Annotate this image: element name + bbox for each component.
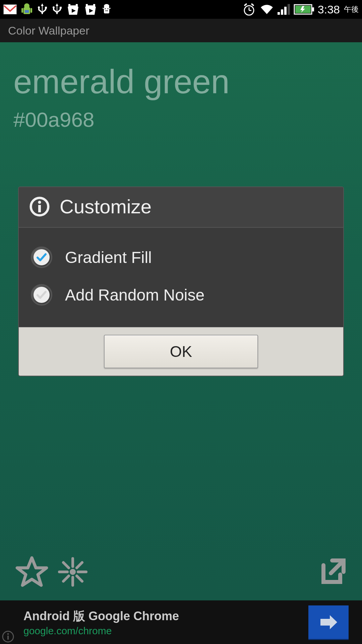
svg-line-25: [251, 4, 254, 6]
svg-marker-51: [320, 615, 337, 629]
ad-go-button[interactable]: [308, 605, 349, 639]
svg-point-7: [38, 6, 40, 8]
svg-rect-27: [281, 9, 283, 15]
status-icons-right: 3:38 午後: [242, 2, 359, 16]
svg-rect-28: [284, 7, 287, 15]
svg-rect-49: [7, 636, 9, 640]
check-icon: [34, 249, 50, 265]
wifi-icon: [259, 3, 274, 15]
ad-url: google.com/chrome: [23, 625, 308, 637]
color-hex: #00a968: [13, 108, 349, 131]
bottom-actions: [13, 553, 349, 590]
svg-rect-10: [60, 7, 62, 9]
app-bar: Color Wallpaper: [0, 19, 362, 42]
dialog-body: Gradient Fill Add Random Noise: [19, 228, 343, 327]
svg-point-17: [105, 8, 106, 9]
svg-point-50: [7, 633, 9, 635]
magic-wand-button[interactable]: [54, 553, 91, 590]
share-button[interactable]: [312, 553, 349, 590]
android-icon: [21, 3, 33, 16]
option-label: Add Random Noise: [65, 286, 204, 304]
alarm-icon: [242, 2, 256, 16]
battery-icon: [294, 4, 314, 15]
svg-point-14: [104, 4, 109, 8]
svg-line-15: [103, 8, 104, 9]
ad-text: Android 版 Google Chrome google.com/chrom…: [23, 608, 308, 637]
ad-info-icon[interactable]: [2, 631, 14, 643]
arrow-right-icon: [318, 614, 339, 631]
status-time: 3:38: [318, 3, 340, 16]
svg-point-18: [108, 8, 109, 9]
svg-line-24: [244, 4, 247, 6]
option-random-noise[interactable]: Add Random Noise: [31, 276, 331, 314]
svg-rect-8: [45, 7, 47, 9]
svg-marker-37: [17, 558, 47, 585]
svg-rect-26: [278, 12, 280, 15]
option-gradient-fill[interactable]: Gradient Fill: [31, 238, 331, 276]
status-icons-left: [3, 3, 242, 16]
svg-line-16: [109, 8, 111, 9]
checkbox-random-noise[interactable]: [31, 284, 52, 306]
dialog-title: Customize: [60, 195, 152, 218]
svg-line-45: [63, 576, 69, 581]
svg-line-44: [77, 562, 82, 568]
ok-button[interactable]: OK: [104, 335, 258, 368]
play-store-icon-2: [84, 3, 97, 16]
gmail-icon: [3, 4, 17, 14]
svg-rect-6: [25, 10, 29, 13]
dialog-footer: OK: [19, 327, 343, 376]
android-debug-icon: [101, 3, 112, 16]
svg-line-47: [331, 561, 343, 573]
main-content: emerald green #00a968 Customize Gradient…: [0, 42, 362, 600]
svg-rect-0: [3, 4, 17, 14]
dialog-header: Customize: [19, 187, 343, 228]
check-icon-unchecked: [34, 287, 50, 303]
app-title: Color Wallpaper: [8, 24, 89, 37]
option-label: Gradient Fill: [65, 248, 152, 267]
svg-point-19: [106, 10, 107, 11]
svg-point-9: [53, 6, 55, 8]
color-name: emerald green: [13, 62, 349, 101]
svg-rect-5: [31, 8, 32, 13]
ad-bar[interactable]: Android 版 Google Chrome google.com/chrom…: [0, 600, 362, 644]
svg-point-3: [24, 3, 29, 9]
customize-dialog: Customize Gradient Fill Add Random Noise: [18, 186, 344, 376]
favorite-button[interactable]: [13, 553, 50, 590]
svg-point-20: [107, 10, 108, 11]
status-bar: 3:38 午後: [0, 0, 362, 19]
usb-icon-2: [52, 3, 62, 16]
svg-point-36: [38, 201, 41, 204]
svg-point-46: [70, 569, 76, 575]
ad-title: Android 版 Google Chrome: [23, 608, 308, 625]
signal-icon: [278, 4, 290, 15]
svg-rect-29: [288, 4, 290, 15]
svg-rect-32: [312, 7, 314, 11]
info-icon: [29, 197, 50, 217]
svg-line-43: [77, 576, 82, 581]
play-store-icon: [66, 3, 80, 16]
checkbox-gradient-fill[interactable]: [31, 247, 52, 268]
usb-icon: [37, 3, 48, 16]
status-ampm: 午後: [344, 4, 359, 14]
svg-line-42: [63, 562, 69, 568]
svg-rect-4: [21, 8, 23, 13]
svg-rect-35: [38, 205, 41, 212]
